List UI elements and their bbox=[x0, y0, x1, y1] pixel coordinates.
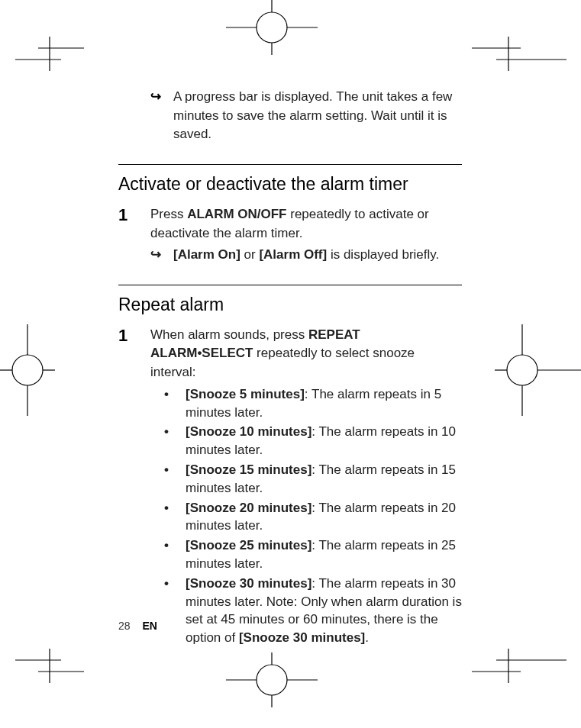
page-language: EN bbox=[142, 620, 157, 632]
section-divider bbox=[118, 164, 462, 165]
cropmark-bottom-right bbox=[472, 637, 566, 683]
intro-result-block: ↪ A progress bar is displayed. The unit … bbox=[150, 88, 462, 144]
result-arrow-icon: ↪ bbox=[150, 88, 161, 144]
page-content: ↪ A progress bar is displayed. The unit … bbox=[118, 80, 462, 649]
step-body: Press ALARM ON/OFF repeatedly to activat… bbox=[150, 205, 462, 265]
svg-point-14 bbox=[12, 355, 43, 385]
result-bold-2: [Alarm Off] bbox=[259, 247, 327, 262]
cropmark-bottom-left bbox=[15, 637, 84, 683]
bullet-label: [Snooze 30 minutes] bbox=[186, 576, 311, 591]
result-text: [Alarm On] or [Alarm Off] is displayed b… bbox=[173, 246, 439, 265]
section1-step: 1 Press ALARM ON/OFF repeatedly to activ… bbox=[118, 205, 462, 265]
bullet-label: [Snooze 5 minutes] bbox=[186, 387, 305, 401]
list-item: [Snooze 10 minutes]: The alarm repeats i… bbox=[164, 423, 462, 459]
page-number: 28 bbox=[118, 620, 131, 632]
result-arrow-icon: ↪ bbox=[150, 246, 161, 265]
step-number: 1 bbox=[118, 326, 150, 649]
svg-point-4 bbox=[257, 12, 287, 43]
section1-result: ↪ [Alarm On] or [Alarm Off] is displayed… bbox=[150, 246, 462, 265]
result-mid: or bbox=[240, 247, 260, 262]
snooze-bullet-list: [Snooze 5 minutes]: The alarm repeats in… bbox=[164, 385, 462, 647]
section2-heading: Repeat alarm bbox=[118, 295, 462, 315]
regmark-top bbox=[226, 0, 318, 55]
section-divider bbox=[118, 285, 462, 285]
regmark-right bbox=[495, 324, 581, 416]
bullet-label: [Snooze 20 minutes] bbox=[186, 501, 311, 515]
svg-point-9 bbox=[257, 665, 287, 695]
list-item: [Snooze 30 minutes]: The alarm repeats i… bbox=[164, 575, 462, 647]
cropmark-top-left bbox=[15, 37, 84, 82]
bullet-desc-bold: [Snooze 30 minutes] bbox=[239, 630, 365, 645]
regmark-left bbox=[0, 324, 55, 416]
bullet-desc-post: . bbox=[365, 630, 369, 645]
result-post: is displayed briefly. bbox=[327, 247, 439, 262]
cropmark-top-right bbox=[472, 37, 566, 82]
step-text-pre: When alarm sounds, press bbox=[150, 327, 308, 342]
section1-heading: Activate or deactivate the alarm timer bbox=[118, 174, 462, 195]
section2-step: 1 When alarm sounds, press REPEAT ALARM•… bbox=[118, 326, 462, 649]
list-item: [Snooze 20 minutes]: The alarm repeats i… bbox=[164, 499, 462, 536]
bullet-label: [Snooze 25 minutes] bbox=[186, 538, 311, 552]
list-item: [Snooze 5 minutes]: The alarm repeats in… bbox=[164, 385, 462, 422]
bullet-label: [Snooze 15 minutes] bbox=[186, 462, 311, 477]
list-item: [Snooze 25 minutes]: The alarm repeats i… bbox=[164, 536, 462, 573]
step-body: When alarm sounds, press REPEAT ALARM•SE… bbox=[150, 326, 462, 649]
step-number: 1 bbox=[118, 205, 150, 265]
page-footer: 28 EN bbox=[118, 620, 157, 632]
bullet-label: [Snooze 10 minutes] bbox=[186, 424, 311, 439]
result-bold-1: [Alarm On] bbox=[173, 247, 240, 262]
list-item: [Snooze 15 minutes]: The alarm repeats i… bbox=[164, 461, 462, 498]
svg-point-19 bbox=[507, 355, 537, 385]
step-text-pre: Press bbox=[150, 207, 187, 221]
regmark-bottom bbox=[226, 652, 318, 707]
intro-result-text: A progress bar is displayed. The unit ta… bbox=[173, 88, 462, 144]
step-text-bold: ALARM ON/OFF bbox=[187, 207, 286, 221]
